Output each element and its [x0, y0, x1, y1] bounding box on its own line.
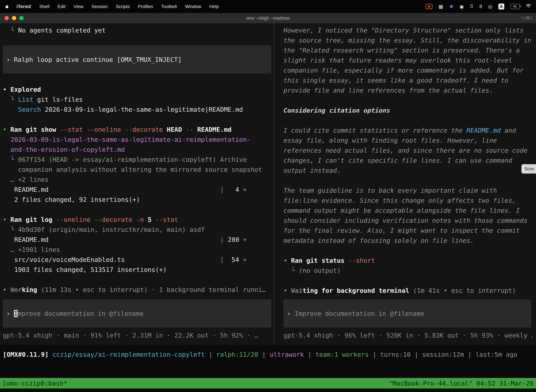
- battery-icon[interactable]: 61: [510, 4, 520, 9]
- text-segment: +: [243, 256, 247, 263]
- text-segment: +: [243, 236, 247, 243]
- text-segment: 2026-03-09-is-legal-the-same-as-legitima…: [10, 136, 250, 143]
- input-source-icon[interactable]: A: [498, 4, 504, 9]
- text-segment: --oneline --decorate: [56, 216, 136, 223]
- terminal-line: • Ran git status --short: [283, 256, 533, 266]
- clock-icon[interactable]: ◎: [488, 4, 492, 9]
- text-segment: 2026-03-09-is-legal-the-same-as-legitima…: [41, 106, 243, 113]
- text-segment: └: [283, 267, 299, 274]
- reasoning-paragraph: The team guideline is to back every impo…: [283, 186, 533, 246]
- side-tooltip: Scre: [522, 164, 536, 173]
- text-segment: … +1901 lines: [3, 246, 60, 253]
- text-segment: and-the-erosion-of-copyleft.md: [10, 146, 125, 153]
- text-segment: •: [3, 86, 10, 93]
- text-segment: src/voice/voiceModeEnabled.ts: [3, 256, 125, 263]
- text-segment: git status: [306, 257, 348, 264]
- prompt-caret: ›: [6, 310, 14, 317]
- screen-recording-stop-icon[interactable]: [426, 4, 432, 9]
- terminal-line: [3, 275, 273, 285]
- reasoning-paragraph: However, I noticed the "Directory Struct…: [283, 25, 533, 95]
- text-segment: 4b9d30f (origin/main, instructkr/main, m…: [18, 226, 205, 233]
- menu-shell[interactable]: Shell: [39, 4, 49, 9]
- menu-profiles[interactable]: Profiles: [138, 4, 153, 9]
- text-segment: However, I noticed the "Directory Struct…: [283, 27, 531, 94]
- text-segment: Considering citation options: [283, 107, 390, 114]
- terminal-line: • Ran git show --stat --oneline --decora…: [3, 125, 273, 135]
- menu-edit[interactable]: Edit: [57, 4, 65, 9]
- terminal-line: └ 067f154 (HEAD -> essay/ai-reimplementa…: [3, 154, 273, 165]
- macos-screen: iTerm2ShellEditViewSessionScriptsProfile…: [0, 0, 536, 392]
- window-title-bar[interactable]: omx --xhigh --madmax ⌥⌘1: [0, 13, 536, 23]
- reasoning-heading: Considering citation options: [283, 105, 533, 115]
- text-segment: --: [186, 126, 197, 133]
- text-segment: [48, 236, 220, 243]
- key-icon[interactable]: 8: [479, 4, 482, 9]
- text-segment: Wai: [291, 287, 302, 294]
- pane-status-right: gpt-5.4 xhigh · 96% left · 520K in · 5.8…: [283, 330, 533, 340]
- terminal-line: src/voice/voiceModeEnabled.ts | 54 +: [3, 255, 273, 265]
- text-segment: I could cite commit statistics or refere…: [283, 127, 466, 134]
- text-segment: List: [18, 96, 34, 103]
- menu-view[interactable]: View: [73, 4, 83, 9]
- text-segment: Ran: [10, 126, 26, 133]
- prompt-input-right[interactable]: › Improve documentation in @filename: [283, 299, 531, 327]
- menu-window[interactable]: Window: [185, 4, 201, 9]
- terminal-line: • Ran git log --oneline --decorate -n 5 …: [3, 215, 273, 225]
- text-segment: session:12m: [422, 351, 464, 358]
- menu-bar: iTerm2ShellEditViewSessionScriptsProfile…: [0, 0, 536, 13]
- text-segment: (no output): [299, 267, 341, 274]
- text-segment: |: [205, 351, 216, 358]
- menu-scripts[interactable]: Scripts: [116, 4, 129, 9]
- text-segment: |: [464, 351, 475, 358]
- text-segment: The team guideline is to back every impo…: [283, 187, 527, 244]
- omx-status-bar: [OMX#0.11.9] cczip/essay/ai-reimplementa…: [3, 350, 536, 359]
- close-button[interactable]: [5, 16, 9, 20]
- text-segment: |: [369, 351, 380, 358]
- window-grid-icon[interactable]: ▦: [438, 4, 443, 9]
- text-segment: [3, 146, 10, 153]
- apple-icon[interactable]: [5, 4, 10, 9]
- tmux-host-label: "MacBook-Pro-44.local" 04:52 31-Mar-26: [389, 380, 534, 387]
- terminal-pane-left[interactable]: └ No agents completed yet › Ralph loop a…: [0, 23, 274, 345]
- menu-iterm2[interactable]: iTerm2: [17, 4, 31, 9]
- menu-session[interactable]: Session: [91, 4, 108, 9]
- menu-help[interactable]: Help: [210, 4, 219, 9]
- menu-toolbelt[interactable]: Toolbelt: [161, 4, 177, 9]
- text-segment: 2 files changed, 92 insertions(+): [3, 196, 140, 203]
- text-segment: •: [3, 216, 10, 223]
- text-segment: •: [3, 126, 10, 133]
- text-segment: HEAD: [167, 126, 186, 133]
- pane-status-left: gpt-5.4 xhigh · main · 91% left · 2.31M …: [3, 330, 273, 340]
- prompt-ghost-text: mprove documentation in @filename: [18, 310, 144, 317]
- text-segment: ralph:11/20: [216, 351, 258, 358]
- text-segment: └: [3, 27, 18, 34]
- disc-icon[interactable]: ◉: [459, 4, 464, 9]
- terminal-line: README.md | 280 +: [3, 235, 273, 245]
- text-segment: -n: [136, 216, 148, 223]
- zoom-button[interactable]: [19, 16, 24, 20]
- prompt-input-left[interactable]: › Improve documentation in @filename: [3, 299, 271, 327]
- terminal-line: companion analysis without altering the …: [3, 165, 273, 175]
- text-segment: •: [283, 257, 291, 264]
- text-segment: ultrawork: [270, 351, 304, 358]
- prompt-ghost-text: Improve documentation in @filename: [295, 310, 424, 317]
- terminal-line: [3, 115, 273, 125]
- terminal-pane-right[interactable]: However, I noticed the "Directory Struct…: [274, 23, 536, 345]
- menu-list: iTerm2ShellEditViewSessionScriptsProfile…: [17, 4, 219, 9]
- agents-status-line: └ No agents completed yet: [3, 25, 273, 35]
- text-segment: 1903 files changed, 513517 insertions(+): [3, 266, 167, 273]
- text-segment: --short: [348, 257, 375, 264]
- dots-grid-icon[interactable]: ⠿: [470, 4, 474, 9]
- terminal-line: 2026-03-09-is-legal-the-same-as-legitima…: [3, 135, 273, 145]
- text-segment: (11m 13s • esc to interrupt) · 1 backgro…: [37, 286, 266, 293]
- text-segment: 280: [224, 236, 243, 243]
- reasoning-paragraph: I could cite commit statistics or refere…: [283, 125, 533, 175]
- minimize-button[interactable]: [12, 16, 16, 20]
- text-segment: Ran: [291, 257, 306, 264]
- text-segment: No agents completed yet: [18, 27, 106, 34]
- wifi-icon[interactable]: [526, 4, 531, 9]
- traffic-lights: [5, 16, 24, 20]
- text-segment: README.md: [197, 126, 231, 133]
- prompt-area-right: › Improve documentation in @filename gpt…: [283, 299, 533, 345]
- spark-icon[interactable]: ❖: [449, 4, 454, 9]
